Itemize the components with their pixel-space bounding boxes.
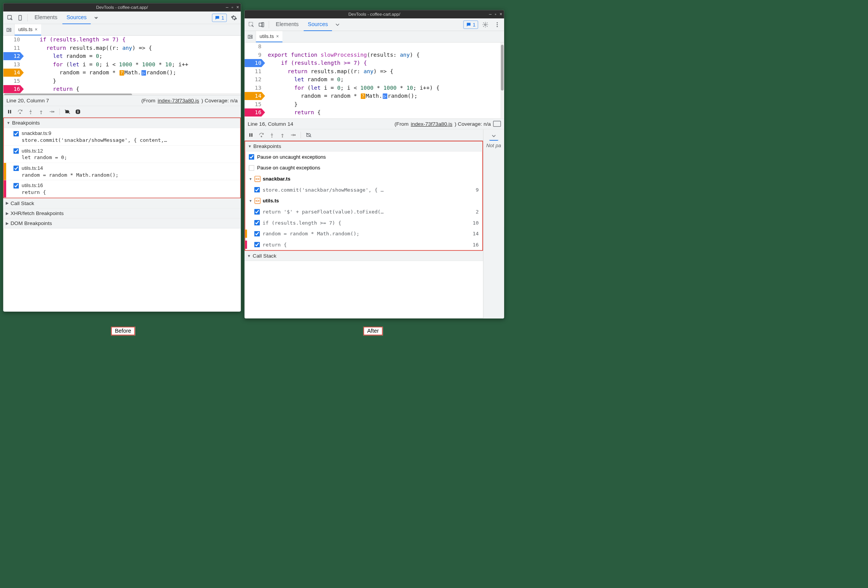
deactivate-breakpoints-icon[interactable] <box>63 107 71 115</box>
bp-checkbox[interactable] <box>13 148 19 154</box>
pause-exceptions-icon[interactable] <box>74 107 82 115</box>
breakpoint-line[interactable]: 12 <box>3 52 24 60</box>
device-icon[interactable] <box>16 13 25 22</box>
line-number[interactable]: 11 <box>245 67 265 75</box>
line-number[interactable]: 10 <box>3 36 24 44</box>
messages-badge[interactable]: 1 <box>212 13 227 21</box>
line-number[interactable]: 8 <box>245 43 265 51</box>
close-tab-icon[interactable]: × <box>276 34 279 39</box>
section-callstack[interactable]: ▶Call Stack <box>3 198 241 208</box>
breakpoint-item[interactable]: utils.ts:14random = random * Math.random… <box>4 163 240 180</box>
logpoint-line[interactable]: 16 <box>3 85 24 93</box>
bp-item[interactable]: random = random * Math.random();14 <box>245 228 483 239</box>
pause-icon[interactable] <box>247 131 255 139</box>
inspect-icon[interactable] <box>247 20 256 29</box>
expand-icon: ▼ <box>249 199 252 203</box>
source-link[interactable]: index-73f73a80.js <box>411 121 452 127</box>
bp-item[interactable]: store.commit('snackbar/showMessage', { …… <box>245 184 483 195</box>
step-into-icon[interactable] <box>26 107 35 115</box>
line-number[interactable]: 13 <box>245 84 265 92</box>
scrollbar-horizontal[interactable] <box>3 93 241 95</box>
navigator-toggle-icon[interactable] <box>3 24 15 35</box>
file-tab[interactable]: utils.ts× <box>256 31 283 42</box>
tab-elements[interactable]: Elements <box>272 18 303 31</box>
bp-item[interactable]: if (results.length >= 7) {10 <box>245 217 483 228</box>
separator <box>269 21 269 28</box>
conditional-breakpoint-line[interactable]: 14 <box>245 92 265 100</box>
close-icon[interactable]: × <box>236 5 239 10</box>
titlebar: DevTools - coffee-cart.app/ – ▫ × <box>245 10 504 18</box>
conditional-breakpoint-line[interactable]: 14 <box>3 69 24 77</box>
bp-group[interactable]: ▼<>snackbar.ts <box>245 173 483 184</box>
file-tab[interactable]: utils.ts× <box>15 24 41 35</box>
pause-icon[interactable] <box>5 107 13 115</box>
section-breakpoints[interactable]: ▼Breakpoints <box>4 118 240 128</box>
minimize-icon[interactable]: – <box>489 12 492 16</box>
close-icon[interactable]: × <box>500 12 502 16</box>
file-icon: <> <box>255 198 260 204</box>
logpoint-line[interactable]: 16 <box>245 108 265 117</box>
checkbox[interactable] <box>254 231 260 237</box>
step-over-icon[interactable] <box>257 131 265 139</box>
pause-caught-row[interactable]: Pause on caught exceptions <box>245 163 483 174</box>
section-xhr[interactable]: ▶XHR/fetch Breakpoints <box>3 209 241 218</box>
tab-sources[interactable]: Sources <box>304 18 332 31</box>
expand-icon: ▼ <box>247 254 251 258</box>
checkbox[interactable] <box>254 209 260 214</box>
breakpoint-item[interactable]: utils.ts:12let random = 0; <box>4 146 240 163</box>
line-number[interactable]: 11 <box>3 44 24 52</box>
checkbox[interactable] <box>254 187 260 192</box>
line-number[interactable]: 9 <box>245 51 265 59</box>
more-tabs-icon[interactable] <box>333 20 342 29</box>
checkbox[interactable] <box>249 154 254 159</box>
more-tabs-icon[interactable] <box>489 131 498 141</box>
settings-icon[interactable] <box>481 20 490 29</box>
code-editor[interactable]: 10 if (results.length >= 7) { 11 return … <box>3 36 241 95</box>
pause-uncaught-row[interactable]: Pause on uncaught exceptions <box>245 151 483 163</box>
line-number[interactable]: 15 <box>3 77 24 85</box>
line-number[interactable]: 15 <box>245 100 265 108</box>
step-out-icon[interactable] <box>278 131 286 139</box>
messages-badge[interactable]: 1 <box>464 20 478 28</box>
debugger-toolbar <box>3 106 241 118</box>
deactivate-breakpoints-icon[interactable] <box>304 131 312 139</box>
step-icon[interactable] <box>289 131 297 139</box>
bp-checkbox[interactable] <box>13 166 19 171</box>
step-over-icon[interactable] <box>16 107 24 115</box>
section-callstack[interactable]: ▼Call Stack <box>245 251 483 261</box>
section-dom[interactable]: ▶DOM Breakpoints <box>3 218 241 228</box>
bp-item[interactable]: return '$' + parseFloat(value).toFixed(…… <box>245 206 483 217</box>
toggle-panel-icon[interactable] <box>493 121 501 126</box>
checkbox[interactable] <box>249 165 254 171</box>
bp-group[interactable]: ▼<>utils.ts <box>245 195 483 207</box>
minimize-icon[interactable]: – <box>226 5 229 10</box>
step-into-icon[interactable] <box>268 131 276 139</box>
code-editor[interactable]: 8 9export function slowProcessing(result… <box>245 43 504 118</box>
bp-checkbox[interactable] <box>13 131 19 136</box>
more-icon[interactable] <box>493 20 502 29</box>
tab-sources[interactable]: Sources <box>62 11 91 24</box>
section-breakpoints[interactable]: ▼Breakpoints <box>245 141 483 151</box>
scrollbar-vertical[interactable] <box>500 43 504 118</box>
bp-checkbox[interactable] <box>13 183 19 188</box>
close-tab-icon[interactable]: × <box>35 27 38 32</box>
maximize-icon[interactable]: ▫ <box>232 5 233 10</box>
maximize-icon[interactable]: ▫ <box>495 12 496 16</box>
step-icon[interactable] <box>48 107 56 115</box>
line-number[interactable]: 12 <box>245 76 265 84</box>
more-tabs-icon[interactable] <box>92 13 101 22</box>
tab-elements[interactable]: Elements <box>30 11 61 24</box>
line-number[interactable]: 13 <box>3 60 24 68</box>
bp-item[interactable]: return {16 <box>245 239 483 250</box>
source-link[interactable]: index-73f73a80.js <box>158 97 199 103</box>
breakpoint-line[interactable]: 10 <box>245 59 265 67</box>
checkbox[interactable] <box>254 220 260 225</box>
navigator-toggle-icon[interactable] <box>245 31 256 42</box>
device-icon[interactable] <box>257 20 266 29</box>
step-out-icon[interactable] <box>37 107 45 115</box>
inspect-icon[interactable] <box>5 13 15 22</box>
breakpoint-item[interactable]: utils.ts:16return { <box>4 180 240 197</box>
breakpoint-item[interactable]: snackbar.ts:9store.commit('snackbar/show… <box>4 128 240 145</box>
checkbox[interactable] <box>254 242 260 247</box>
settings-icon[interactable] <box>229 13 238 22</box>
